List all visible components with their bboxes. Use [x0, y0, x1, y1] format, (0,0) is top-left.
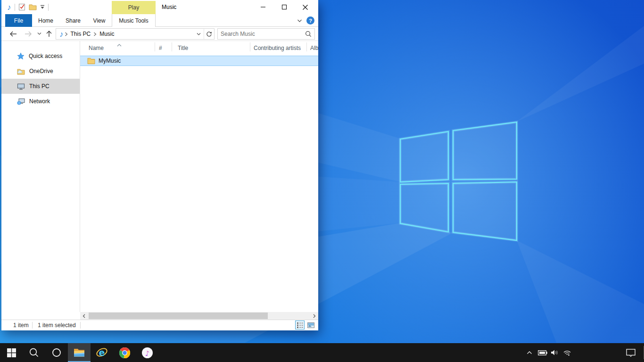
taskbar-internet-explorer-button[interactable]: e [91, 343, 113, 362]
tab-share[interactable]: Share [59, 14, 87, 27]
sidebar-item-quick-access[interactable]: Quick access [1, 49, 80, 64]
internet-explorer-icon: e [96, 346, 108, 359]
column-divider[interactable] [172, 42, 172, 51]
folder-icon [87, 58, 95, 64]
minimize-ribbon-button[interactable] [297, 17, 302, 24]
close-button[interactable] [295, 0, 316, 14]
column-header-number[interactable]: # [159, 45, 162, 51]
back-arrow-icon [9, 31, 17, 37]
tab-home[interactable]: Home [32, 14, 59, 27]
title-bar[interactable]: ♪ [1, 0, 318, 14]
sort-ascending-icon [117, 41, 122, 48]
taskbar-file-explorer-button[interactable] [68, 343, 91, 362]
taskbar-itunes-button[interactable]: ♪ [136, 343, 158, 362]
tab-file[interactable]: File [5, 14, 32, 27]
refresh-icon [206, 31, 212, 37]
details-view-button[interactable] [295, 321, 305, 329]
taskbar: e ♪ [0, 343, 644, 362]
sidebar-item-this-pc[interactable]: This PC [1, 79, 80, 94]
wifi-tray-button[interactable] [561, 343, 573, 362]
column-header-contributing-artists[interactable]: Contributing artists [254, 45, 301, 51]
thumbnail-view-icon [307, 322, 314, 328]
recent-locations-button[interactable] [37, 32, 41, 35]
column-header-album[interactable]: Alb [310, 45, 318, 51]
help-button[interactable]: ? [306, 16, 314, 25]
speaker-icon [551, 349, 559, 356]
action-center-icon [626, 349, 636, 357]
toolbar-separator [15, 4, 15, 11]
status-separator [32, 322, 33, 329]
window-title: Music [162, 4, 176, 10]
column-divider[interactable] [306, 42, 307, 51]
thumbnail-view-button[interactable] [306, 321, 315, 329]
search-icon [29, 347, 39, 358]
action-center-button[interactable] [623, 343, 638, 362]
tab-music-tools[interactable]: Music Tools [112, 14, 156, 27]
network-icon [17, 98, 25, 105]
search-input[interactable] [221, 31, 305, 37]
properties-button[interactable] [18, 3, 25, 11]
window-body: Quick access OneDrive This PC [1, 41, 318, 312]
hidden-icons-button[interactable] [523, 343, 536, 362]
column-divider[interactable] [250, 42, 250, 51]
sidebar-item-label: OneDrive [29, 68, 53, 74]
wifi-icon [563, 349, 571, 356]
address-input[interactable]: ♪ This PC Music [56, 28, 215, 40]
horizontal-scrollbar[interactable] [80, 312, 318, 320]
sidebar-item-network[interactable]: Network [1, 94, 80, 109]
tab-play-header[interactable]: Play [112, 1, 156, 14]
file-row-mymusic[interactable]: MyMusic [80, 56, 318, 66]
star-icon [17, 52, 25, 60]
address-dropdown-button[interactable] [194, 31, 204, 37]
breadcrumb-chevron-icon [65, 32, 68, 36]
new-folder-icon [29, 4, 37, 10]
customize-quick-access-button[interactable] [40, 5, 45, 9]
onedrive-folder-icon [17, 68, 25, 75]
scroll-right-button[interactable] [311, 312, 318, 320]
column-header-name[interactable]: Name [89, 45, 104, 51]
column-header-title[interactable]: Title [178, 45, 188, 51]
view-toggle-group [295, 321, 315, 329]
refresh-button[interactable] [204, 29, 214, 39]
scroll-left-button[interactable] [80, 312, 88, 320]
taskbar-chrome-button[interactable] [113, 343, 136, 362]
minimize-button[interactable] [252, 0, 273, 14]
breadcrumb-this-pc[interactable]: This PC [68, 31, 94, 37]
search-box[interactable] [217, 28, 315, 40]
column-divider[interactable] [155, 42, 155, 51]
column-header-row: Name # Title Contributing artists Alb [80, 41, 318, 54]
svg-text:♪: ♪ [145, 349, 149, 357]
tab-view[interactable]: View [87, 14, 112, 27]
chevron-down-icon [37, 32, 41, 35]
monitor-icon [17, 83, 25, 90]
maximize-button[interactable] [273, 0, 295, 14]
music-app-icon: ♪ [7, 3, 11, 11]
battery-tray-button[interactable] [537, 343, 549, 362]
minimize-icon [260, 4, 266, 10]
search-icon [305, 31, 312, 37]
breadcrumb-chevron-icon [93, 32, 97, 36]
back-button[interactable] [9, 31, 17, 37]
start-button[interactable] [0, 343, 23, 362]
battery-icon [538, 350, 547, 355]
close-icon [302, 4, 308, 10]
scrollbar-thumb[interactable] [89, 313, 268, 319]
status-bar: 1 item 1 item selected [1, 320, 318, 330]
ribbon-right-controls: ? [297, 14, 314, 27]
play-header-label: Play [128, 4, 139, 11]
itunes-icon: ♪ [141, 347, 153, 359]
sidebar-item-onedrive[interactable]: OneDrive [1, 64, 80, 79]
desktop: ♪ [0, 0, 644, 362]
taskbar-search-button[interactable] [23, 343, 45, 362]
forward-button[interactable] [24, 31, 33, 37]
address-bar: ♪ This PC Music [1, 27, 318, 41]
new-folder-button[interactable] [29, 4, 37, 10]
ribbon-tab-strip: File Home Share View Music Tools [1, 14, 318, 27]
svg-text:e: e [99, 347, 105, 358]
properties-icon [18, 3, 25, 11]
volume-tray-button[interactable] [549, 343, 561, 362]
cortana-button[interactable] [45, 343, 68, 362]
sidebar-item-label: This PC [29, 83, 50, 90]
up-button[interactable] [46, 30, 52, 38]
breadcrumb-music[interactable]: Music [97, 31, 117, 37]
